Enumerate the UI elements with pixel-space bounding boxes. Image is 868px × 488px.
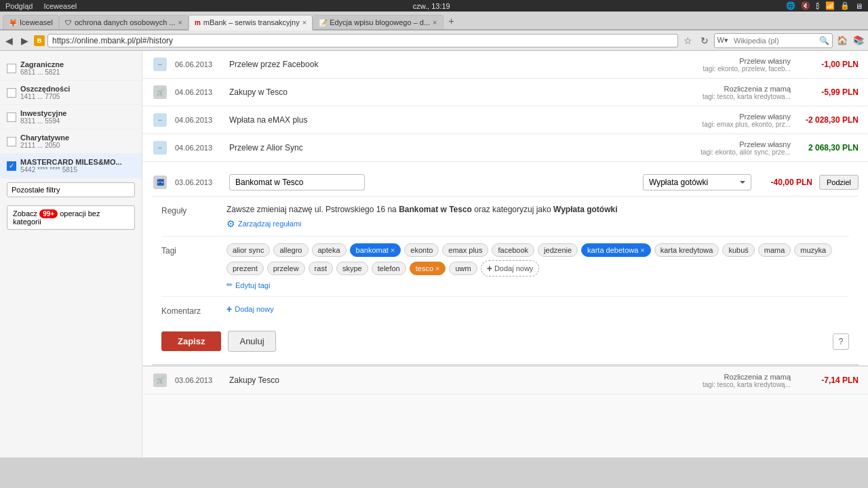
tab-blog[interactable]: 📝 Edycja wpisu blogowego – d... ×	[313, 15, 443, 29]
table-row[interactable]: ↔ 04.06.2013 Przelew z Alior Sync Przele…	[142, 134, 868, 162]
account-oszczednosci[interactable]: Oszczędności 1411 ... 7705	[0, 81, 142, 105]
tag-alior-sync[interactable]: alior sync	[226, 243, 270, 257]
tx-title-2: Zakupy w Tesco	[229, 87, 696, 97]
tx-icon-expanded: 🏧	[152, 174, 168, 190]
sys-left: Podgląd Iceweasel	[5, 2, 77, 10]
tags-label: Tagi	[161, 243, 216, 256]
plus-icon: +	[226, 304, 232, 314]
search-input[interactable]	[730, 35, 818, 46]
add-comment-label: Dodaj nowy	[235, 305, 273, 313]
tag-facebook[interactable]: facebook	[492, 243, 534, 257]
checkbox-oszczednosci[interactable]	[7, 88, 16, 98]
table-row[interactable]: 🛒 03.06.2013 Zakupy Tesco Rozliczenia z …	[142, 367, 868, 394]
expanded-tx-row: 🏧 03.06.2013 Wypłata gotówki -40,00 PLN …	[152, 169, 859, 197]
tab-mbank[interactable]: m mBank – serwis transakcyjny ×	[189, 15, 313, 30]
table-row[interactable]: 🛒 04.06.2013 Zakupy w Tesco Rozliczenia …	[142, 79, 868, 106]
tab-icon-mbank: m	[195, 19, 201, 26]
tag-bankomat-remove[interactable]: ×	[391, 246, 395, 254]
tag-tesco[interactable]: tesco ×	[410, 262, 446, 275]
tab-icon-ochrona: 🛡	[65, 19, 72, 26]
tag-karta-kredytowa[interactable]: karta kredytowa	[654, 243, 719, 257]
rules-highlight-cat: Wypłata gotówki	[553, 205, 617, 214]
edit-tags-label: Edytuj tagi	[235, 281, 270, 289]
tx-name-input[interactable]	[229, 174, 365, 190]
save-button[interactable]: Zapisz	[161, 331, 221, 351]
account-mastercard[interactable]: ✓ MASTERCARD MILES&MO... 5442 **** **** …	[0, 154, 142, 178]
tag-jedzenie[interactable]: jedzenie	[538, 243, 578, 257]
tx-category-select[interactable]: Wypłata gotówki	[643, 174, 751, 190]
new-tab-button[interactable]: +	[443, 13, 460, 29]
tag-kubus[interactable]: kubuś	[722, 243, 754, 257]
tx-icon-4: ↔	[152, 140, 168, 156]
add-comment-link[interactable]: + Dodaj nowy	[226, 304, 849, 314]
tag-prezent[interactable]: prezent	[226, 262, 264, 275]
add-new-tag-label: Dodaj nowy	[494, 264, 533, 272]
table-row[interactable]: ↔ 06.06.2013 Przelew przez Facebook Prze…	[142, 51, 868, 79]
account-inwestycyjne[interactable]: Inwestycyjne 8311 ... 5594	[0, 105, 142, 129]
tab-label-blog: Edycja wpisu blogowego – d...	[330, 18, 430, 26]
tag-apteka[interactable]: apteka	[312, 243, 347, 257]
add-new-tag-button[interactable]: + Dodaj nowy	[481, 260, 540, 277]
home-icon[interactable]: 🏠	[835, 34, 849, 47]
tab-close-mbank[interactable]: ×	[302, 18, 307, 26]
manage-rules-link[interactable]: ⚙ Zarządzaj regułami	[226, 218, 849, 229]
account-charytatywne[interactable]: Charytatywne 2111 ... 2050	[0, 129, 142, 154]
tag-uwm[interactable]: uwm	[449, 262, 477, 275]
tx-amount-3: -2 028,30 PLN	[797, 115, 859, 125]
tag-allegro[interactable]: allegro	[273, 243, 308, 257]
tx-tags-bottom: tagi: tesco, karta kredytową...	[703, 381, 791, 388]
tab-close-blog[interactable]: ×	[433, 18, 437, 26]
cancel-button[interactable]: Anuluj	[228, 331, 275, 352]
help-button[interactable]: ?	[833, 333, 849, 350]
rules-label: Reguły	[161, 203, 216, 216]
tag-mama[interactable]: mama	[758, 243, 791, 257]
checkbox-charytatywne[interactable]	[7, 137, 16, 146]
checkbox-mastercard[interactable]: ✓	[7, 161, 16, 171]
sys-right: 🌐 🔇 ₿ 📶 🔒 🖥	[786, 1, 863, 10]
menu-iceweasel-app[interactable]: Iceweasel	[43, 2, 77, 10]
account-zagraniczne[interactable]: Zagraniczne 6811 ... 5821	[0, 56, 142, 81]
table-row[interactable]: ↔ 04.06.2013 Wpłata na eMAX plus Przelew…	[142, 106, 868, 134]
tx-title-3: Wpłata na eMAX plus	[229, 115, 695, 125]
search-icon[interactable]: 🔍	[819, 36, 829, 45]
menu-podglad[interactable]: Podgląd	[5, 2, 33, 10]
tag-skype[interactable]: skype	[336, 262, 368, 275]
tag-karta-debetowa[interactable]: karta debetowa ×	[581, 243, 651, 257]
checkbox-zagraniczne[interactable]	[7, 64, 16, 73]
tag-emax-plus[interactable]: emax plus	[442, 243, 488, 257]
rules-section: Reguły Zawsze zmieniaj nazwę ul. Pstrows…	[161, 197, 849, 237]
tx-cat-4: Przelew własny	[701, 140, 791, 148]
tab-close-ochrona[interactable]: ×	[178, 18, 182, 26]
tag-przelew[interactable]: przelew	[267, 262, 305, 275]
tag-rast[interactable]: rast	[309, 262, 333, 275]
url-bar[interactable]	[47, 34, 678, 47]
bookmarks-icon[interactable]: 📚	[852, 34, 865, 47]
tab-iceweasel[interactable]: 🦊 Iceweasel	[3, 15, 59, 29]
tx-icon-bottom: 🛒	[152, 372, 168, 388]
podziel-button[interactable]: Podziel	[819, 175, 859, 190]
bookmark-button[interactable]: ☆	[681, 34, 695, 47]
back-button[interactable]: ◀	[3, 34, 16, 47]
checkbox-inwestycyjne[interactable]	[7, 113, 16, 122]
tx-icon-1: ↔	[152, 56, 168, 73]
edit-panel: Reguły Zawsze zmieniaj nazwę ul. Pstrows…	[152, 197, 859, 365]
account-number-charytatywne: 2111 ... 2050	[20, 142, 69, 149]
lock-icon: 🔒	[840, 1, 850, 10]
tab-ochrona[interactable]: 🛡 ochrona danych osobowych ... ×	[59, 15, 189, 29]
tx-date-expanded: 03.06.2013	[175, 178, 222, 186]
monitor-icon: 🖥	[855, 2, 863, 10]
tag-telefon[interactable]: telefon	[372, 262, 406, 275]
account-name-oszczednosci: Oszczędności	[20, 85, 70, 93]
edit-tags-link[interactable]: ✏ Edytuj tagi	[226, 281, 849, 289]
refresh-button[interactable]: ↻	[698, 34, 711, 47]
tag-muzyka[interactable]: muzyka	[794, 243, 832, 257]
tag-ekonto[interactable]: ekonto	[404, 243, 439, 257]
tag-bankomat[interactable]: bankomat ×	[350, 243, 401, 257]
content-area: Zagraniczne 6811 ... 5821 Oszczędności 1…	[0, 51, 868, 458]
tag-tesco-remove[interactable]: ×	[435, 264, 439, 272]
tab-bar: 🦊 Iceweasel 🛡 ochrona danych osobowych .…	[0, 12, 868, 30]
tag-karta-debetowa-remove[interactable]: ×	[640, 246, 644, 254]
forward-button[interactable]: ▶	[18, 34, 31, 47]
ops-without-category-button[interactable]: Zobacz 99+ operacji bez kategorii	[7, 205, 135, 230]
filter-select[interactable]: Pozostałe filtry	[7, 182, 135, 197]
